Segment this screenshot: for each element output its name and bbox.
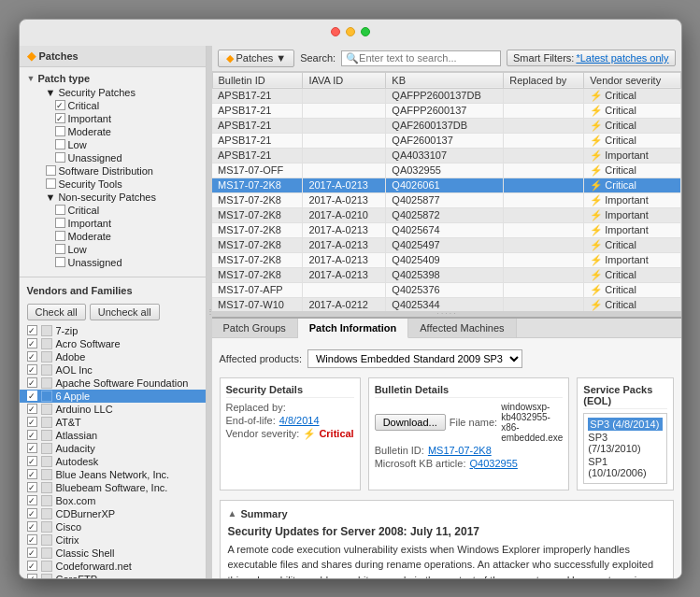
software-dist-checkbox[interactable] [46, 165, 56, 176]
sp-item-3[interactable]: SP1 (10/10/2006) [588, 455, 662, 479]
vendor-bluebeam-checkbox[interactable] [27, 482, 37, 492]
table-row[interactable]: APSB17-21 QAFPP2600137 ⚡ Critical [212, 103, 680, 118]
sp-item-2[interactable]: SP3 (7/13/2010) [588, 431, 662, 455]
vendor-aol[interactable]: AOL Inc [20, 363, 206, 377]
vendor-apple-checkbox[interactable] [27, 391, 37, 401]
vendor-aol-checkbox[interactable] [27, 364, 37, 375]
vendor-coreftp1[interactable]: CoreFTP [20, 573, 206, 578]
uncheck-all-button[interactable]: Uncheck all [90, 304, 160, 320]
table-row[interactable]: MS17-07-AFP Q4025376 ⚡ Critical [212, 282, 680, 297]
table-row[interactable]: APSB17-21 QAF2600137DB ⚡ Critical [212, 118, 680, 133]
important-item[interactable]: Important [27, 112, 206, 125]
table-row[interactable]: MS17-07-2K8 2017-A-0213 Q4025877 ⚡ Impor… [212, 192, 680, 207]
critical-item[interactable]: Critical [27, 99, 206, 112]
table-row[interactable]: MS17-07-2K8 2017-A-0213 Q4025398 ⚡ Criti… [212, 267, 680, 282]
col-iava[interactable]: IAVA ID [303, 72, 386, 88]
tab-patch-information[interactable]: Patch Information [298, 319, 409, 338]
summary-toggle[interactable]: ▲ [228, 508, 237, 519]
vendor-att-checkbox[interactable] [27, 417, 37, 427]
close-button[interactable] [331, 27, 340, 36]
table-row[interactable]: APSB17-21 QA4033107 ⚡ Important [212, 148, 680, 163]
non-security-patches-item[interactable]: ▼ Non-security Patches [27, 191, 206, 204]
unassigned-item[interactable]: Unassigned [27, 151, 206, 164]
moderate-checkbox[interactable] [55, 126, 65, 136]
ns-moderate-item[interactable]: Moderate [27, 230, 206, 243]
security-tools-checkbox[interactable] [46, 178, 56, 189]
table-row[interactable]: MS17-07-2K8 2017-A-0210 Q4025872 ⚡ Impor… [212, 207, 680, 222]
vendor-codeforward1[interactable]: Codeforward.net [20, 560, 206, 573]
col-severity[interactable]: Vendor severity [584, 72, 680, 88]
vendor-arduino-checkbox[interactable] [27, 404, 37, 414]
table-row[interactable]: APSB17-21 QAFPP2600137DB ⚡ Critical [212, 88, 680, 103]
unassigned-checkbox[interactable] [55, 152, 65, 163]
vendor-box-checkbox[interactable] [27, 495, 37, 505]
ns-unassigned-item[interactable]: Unassigned [27, 256, 206, 269]
col-bulletin[interactable]: Bulletin ID [212, 72, 303, 88]
ms-kb-value[interactable]: Q4032955 [469, 458, 517, 469]
vendor-coreftp1-checkbox[interactable] [27, 574, 37, 578]
table-row[interactable]: MS17-07-OFF QA032955 ⚡ Critical [212, 163, 680, 178]
vendor-cdburner-checkbox[interactable] [27, 508, 37, 519]
important-checkbox[interactable] [55, 113, 65, 123]
vendor-adobe[interactable]: Adobe [20, 350, 206, 363]
vendor-codeforward1-checkbox[interactable] [27, 561, 37, 571]
low-checkbox[interactable] [55, 139, 65, 149]
low-item[interactable]: Low [27, 138, 206, 151]
vendor-7zip-checkbox[interactable] [27, 325, 37, 335]
security-patches-item[interactable]: ▼ Security Patches [27, 86, 206, 99]
critical-checkbox[interactable] [55, 100, 65, 110]
ns-critical-checkbox[interactable] [55, 205, 65, 215]
vendor-7zip[interactable]: 7-zip [20, 324, 206, 337]
col-kb[interactable]: KB [386, 72, 504, 88]
vendor-acro[interactable]: Acro Software [20, 337, 206, 350]
smart-filter[interactable]: Smart Filters: *Latest patches only [507, 50, 675, 66]
table-row[interactable]: MS17-07-2K8 2017-A-0213 Q4025409 ⚡ Impor… [212, 252, 680, 267]
ns-important-item[interactable]: Important [27, 217, 206, 230]
ns-critical-item[interactable]: Critical [27, 204, 206, 217]
security-tools-item[interactable]: Security Tools [27, 178, 206, 191]
vendor-bluejeans-checkbox[interactable] [27, 469, 37, 479]
vendor-audacity[interactable]: Audacity [20, 442, 206, 455]
minimize-button[interactable] [346, 27, 355, 36]
ns-important-checkbox[interactable] [55, 218, 65, 228]
eol-value[interactable]: 4/8/2014 [279, 415, 320, 426]
check-all-button[interactable]: Check all [27, 304, 86, 320]
table-row[interactable]: MS17-07-2K8 2017-A-0213 Q4026061 ⚡ Criti… [212, 178, 680, 192]
vendor-classicshell1-checkbox[interactable] [27, 547, 37, 558]
ns-unassigned-checkbox[interactable] [55, 257, 65, 267]
maximize-button[interactable] [361, 27, 370, 36]
vendor-bluebeam[interactable]: Bluebeam Software, Inc. [20, 481, 206, 494]
vendor-acro-checkbox[interactable] [27, 338, 37, 348]
bulletin-id-value[interactable]: MS17-07-2K8 [428, 445, 492, 456]
table-scroll[interactable]: Bulletin ID IAVA ID KB Replaced by Vendo… [212, 72, 681, 311]
sp-item-1[interactable]: SP3 (4/8/2014) [588, 418, 662, 431]
ns-low-item[interactable]: Low [27, 243, 206, 256]
table-row[interactable]: MS17-07-2K8 2017-A-0213 Q4025674 ⚡ Impor… [212, 222, 680, 237]
affected-products-select[interactable]: Windows Embedded Standard 2009 SP3 [307, 349, 522, 368]
vendor-citrix1-checkbox[interactable] [27, 534, 37, 545]
vendor-apache-checkbox[interactable] [27, 377, 37, 388]
vendor-apple[interactable]: 6 Apple [20, 390, 206, 403]
tab-patch-groups[interactable]: Patch Groups [212, 319, 298, 337]
software-dist-item[interactable]: Software Distribution [27, 164, 206, 178]
table-row[interactable]: APSB17-21 QAF2600137 ⚡ Critical [212, 133, 680, 148]
vendor-apache[interactable]: Apache Software Foundation [20, 377, 206, 390]
moderate-item[interactable]: Moderate [27, 125, 206, 138]
download-button[interactable]: Download... [375, 414, 446, 431]
vendor-atlassian[interactable]: Atlassian [20, 429, 206, 442]
vendor-cisco1-checkbox[interactable] [27, 521, 37, 532]
left-scroll[interactable]: ▼ Patch type ▼ Security Patches Critical [20, 67, 206, 578]
vendor-box[interactable]: Box.com [20, 494, 206, 507]
vendor-cdburner[interactable]: CDBurnerXP [20, 507, 206, 520]
vendor-adobe-checkbox[interactable] [27, 351, 37, 362]
vendor-classicshell1[interactable]: Classic Shell [20, 547, 206, 560]
search-input[interactable] [359, 52, 496, 64]
vendor-autodesk-checkbox[interactable] [27, 456, 37, 466]
vendor-autodesk[interactable]: Autodesk [20, 455, 206, 468]
vendor-att[interactable]: AT&T [20, 416, 206, 429]
vendor-citrix1[interactable]: Citrix [20, 533, 206, 547]
vendor-bluejeans[interactable]: Blue Jeans Network, Inc. [20, 468, 206, 481]
ns-low-checkbox[interactable] [55, 244, 65, 254]
vendor-atlassian-checkbox[interactable] [27, 430, 37, 440]
tab-affected-machines[interactable]: Affected Machines [408, 319, 516, 337]
